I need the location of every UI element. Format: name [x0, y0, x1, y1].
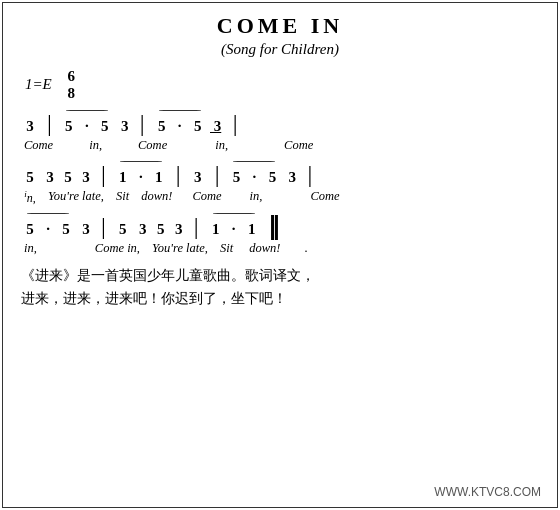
footer-line-1: 《进来》是一首英国少年儿童歌曲。歌词译文，: [21, 265, 539, 288]
note-cell: 5: [57, 168, 75, 188]
note: 1: [119, 168, 127, 188]
lyric-cell: Come: [21, 137, 56, 155]
double-bar-line: ‖: [264, 213, 284, 239]
note: 3: [135, 220, 146, 240]
song-subtitle: (Song for Children): [21, 41, 539, 58]
score-line-2: 5 3 5 3 | 1 ·: [21, 160, 539, 206]
note-cell: 3: [75, 168, 93, 188]
time-signature: 6 8: [68, 68, 76, 101]
score-line-1: 3 | 5 · 5 3: [21, 109, 539, 154]
note-cell: 5: [263, 168, 281, 188]
lyric-cell: Come: [281, 137, 316, 155]
dot: ·: [253, 168, 257, 188]
dot-cell: ·: [78, 117, 96, 137]
note: 3: [117, 117, 128, 137]
note: 1: [248, 220, 256, 240]
lyrics-row-1: Come in, Come in, Come: [21, 137, 539, 155]
note-cell: 3: [75, 220, 93, 240]
note-cell: 5: [57, 220, 75, 240]
lyric: Come: [284, 137, 313, 155]
bar-line: |: [171, 161, 186, 187]
note-cell: 3: [189, 168, 207, 188]
note-cell: 5: [114, 220, 132, 240]
lyric: Come in,: [95, 240, 140, 258]
note-cell: 3: [207, 117, 225, 137]
bar-line: |: [42, 110, 57, 136]
tempo-label: 1=E: [25, 76, 52, 93]
bar-cell: |: [207, 161, 228, 187]
watermark: WWW.KTVC8.COM: [434, 485, 541, 499]
note: 5: [153, 220, 164, 240]
bar-cell: |: [132, 110, 153, 136]
note-cell: 1: [243, 220, 261, 240]
note: 1: [212, 220, 220, 240]
note: 3: [26, 117, 34, 137]
lyric: down!: [249, 240, 280, 258]
note-cell: 1: [207, 220, 225, 240]
double-bar-cell: ‖: [261, 213, 287, 239]
note-underline: 3: [210, 117, 221, 137]
note-cell: 1: [150, 168, 168, 188]
note: 3: [171, 220, 182, 240]
lyric: in,: [89, 137, 102, 155]
lyric: Come: [310, 188, 339, 206]
note-cell: 5: [21, 220, 39, 240]
note-cell: 1: [114, 168, 132, 188]
note-cell: 5: [153, 117, 171, 137]
lyric: in,: [24, 188, 36, 207]
dot: ·: [178, 117, 182, 137]
lyric: Come: [138, 137, 167, 155]
time-sig-den: 8: [68, 85, 76, 102]
note: 3: [78, 220, 89, 240]
note: 5: [60, 168, 71, 188]
note: 3: [78, 168, 89, 188]
note-cell: 3: [281, 168, 299, 188]
note: 3: [42, 168, 53, 188]
bar-cell: |: [186, 213, 207, 239]
dot: ·: [232, 220, 236, 240]
lyric-cell: down!: [246, 240, 283, 258]
dot-cell: ·: [225, 220, 243, 240]
lyric-cell: in,: [247, 188, 266, 206]
lyric-cell: You're late,: [45, 188, 107, 206]
lyrics-row-2: in, You're late, Sit down! Come in,: [21, 188, 539, 207]
note: 5: [158, 117, 166, 137]
tie-group-1: 5 · 5: [60, 109, 114, 137]
lyric-cell: in,: [212, 137, 231, 155]
notes-row-1: 3 | 5 · 5 3: [21, 109, 539, 137]
lyric-cell: down!: [138, 188, 175, 206]
lyric-cell: in,: [21, 188, 39, 207]
lyrics-row-3: in, Come in, You're late, Sit down! .: [21, 240, 539, 258]
note: 3: [285, 168, 296, 188]
footer-line-2: 进来，进来，进来吧！你迟到了，坐下吧！: [21, 288, 539, 311]
note-cell: 3: [39, 168, 57, 188]
note-cell: 3: [168, 220, 186, 240]
score-line-3: 5 · 5 3 | 5 3: [21, 212, 539, 257]
note: 5: [26, 220, 34, 240]
lyric: You're late,: [48, 188, 104, 206]
song-title: COME IN: [21, 13, 539, 39]
note-cell: 3: [132, 220, 150, 240]
note: 5: [194, 117, 202, 137]
note: 1: [155, 168, 163, 188]
lyric-cell: Come: [189, 188, 224, 206]
bar-cell: |: [168, 161, 189, 187]
lyric: in,: [215, 137, 228, 155]
lyric: Come: [192, 188, 221, 206]
dot: ·: [139, 168, 143, 188]
bar-cell: |: [93, 213, 114, 239]
bar-line: |: [96, 213, 111, 239]
dot: ·: [46, 220, 50, 240]
bar-line: |: [228, 110, 243, 136]
dot-cell: ·: [132, 168, 150, 188]
bar-line: |: [96, 161, 111, 187]
footer-text: 《进来》是一首英国少年儿童歌曲。歌词译文， 进来，进来，进来吧！你迟到了，坐下吧…: [21, 265, 539, 311]
note-cell: 5: [96, 117, 114, 137]
lyric-cell: Sit: [217, 240, 236, 258]
page: COME IN (Song for Children) 1=E 6 8 3 | …: [2, 2, 558, 508]
lyric-cell: Come: [307, 188, 342, 206]
lyric: in,: [24, 240, 37, 258]
tie-group-4: 5 · 5: [227, 160, 281, 188]
note-cell: 5: [60, 117, 78, 137]
lyric: down!: [141, 188, 172, 206]
